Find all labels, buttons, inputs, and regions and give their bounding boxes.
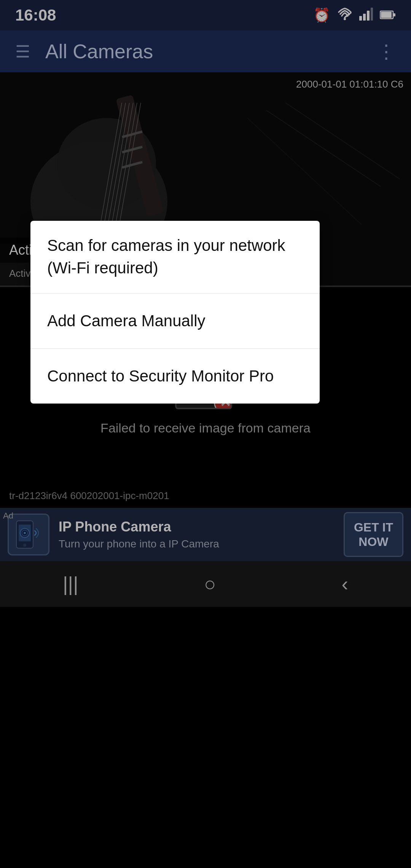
popup-item-scan-line2: (Wi-Fi required) — [47, 257, 303, 279]
popup-menu: Scan for cameras in your network (Wi-Fi … — [30, 221, 320, 404]
popup-overlay: Scan for cameras in your network (Wi-Fi … — [0, 0, 411, 868]
popup-item-manual[interactable]: Add Camera Manually — [30, 294, 320, 349]
popup-item-scan-line1: Scan for cameras in your network — [47, 235, 303, 257]
popup-item-connect[interactable]: Connect to Security Monitor Pro — [30, 349, 320, 404]
popup-item-scan[interactable]: Scan for cameras in your network (Wi-Fi … — [30, 221, 320, 294]
